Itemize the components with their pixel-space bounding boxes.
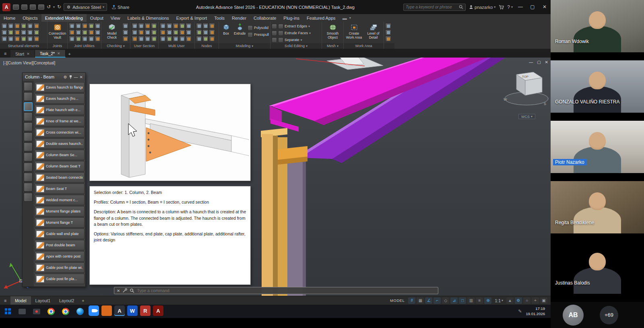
- tool-icon[interactable]: [151, 29, 157, 35]
- tool-icon[interactable]: [166, 36, 172, 42]
- tool-icon[interactable]: [202, 29, 208, 35]
- word-icon[interactable]: W: [127, 305, 138, 316]
- tool-icon[interactable]: [186, 23, 192, 29]
- tool-icon[interactable]: [21, 36, 27, 42]
- tool-icon[interactable]: [385, 29, 391, 35]
- tool-icon[interactable]: [27, 29, 33, 35]
- tool-icon[interactable]: [166, 23, 172, 29]
- tool-icon[interactable]: [8, 29, 14, 35]
- joint-type-item[interactable]: Apex with centre post: [35, 251, 85, 262]
- group-expand-caret-icon[interactable]: ▾: [337, 44, 339, 48]
- taskbar-app-icon[interactable]: [16, 305, 28, 317]
- joint-type-item[interactable]: Moment flange plates: [35, 206, 85, 217]
- layout-menu-icon[interactable]: ≡: [0, 298, 10, 303]
- drawing-minimize-icon[interactable]: —: [529, 60, 533, 64]
- joint-type-item[interactable]: Eaves haunch to flange: [35, 82, 85, 93]
- workspace-switcher[interactable]: Advance Steel ▾: [64, 3, 107, 11]
- ribbon-group-label[interactable]: Joint Utilities: [68, 43, 101, 49]
- osnap-tracking-icon[interactable]: ⊿: [450, 297, 458, 304]
- tool-icon[interactable]: [179, 23, 185, 29]
- ribbon-tab[interactable]: Plug-ins: [280, 14, 303, 22]
- ribbon-tab[interactable]: Extended Modeling: [41, 14, 87, 22]
- tool-icon[interactable]: [88, 36, 94, 42]
- extrude-button[interactable]: Extrude: [233, 23, 246, 36]
- separate-button[interactable]: Separate▾: [272, 37, 302, 43]
- tool-icon[interactable]: [160, 36, 166, 42]
- tool-icon[interactable]: [88, 29, 94, 35]
- group-expand-caret-icon[interactable]: ▾: [252, 44, 253, 48]
- joint-type-item[interactable]: Cross connection wi...: [35, 127, 85, 138]
- tool-icon[interactable]: [196, 36, 202, 42]
- model-viewport[interactable]: [-][Custom View][Conceptual] — ▢ ✕ TOP W…: [0, 58, 551, 296]
- palette-pin-icon[interactable]: [69, 75, 72, 79]
- solid-tool-icon[interactable]: [278, 31, 283, 36]
- new-drawing-tab-button[interactable]: +: [66, 50, 74, 58]
- tool-icon[interactable]: [75, 23, 81, 29]
- ribbon-group-label[interactable]: Work Area: [344, 43, 384, 49]
- tool-icon[interactable]: [1, 29, 7, 35]
- group-expand-caret-icon[interactable]: ▾: [306, 44, 308, 48]
- ribbon-tab[interactable]: Featured Apps: [303, 14, 339, 22]
- tool-icon[interactable]: [122, 23, 128, 29]
- joint-type-item[interactable]: Knee of frame at we...: [35, 116, 85, 126]
- ribbon-group-label[interactable]: Checking▾: [101, 43, 130, 49]
- save-icon[interactable]: [30, 4, 36, 10]
- tool-icon[interactable]: [1, 23, 7, 29]
- open-file-icon[interactable]: [21, 4, 27, 10]
- isolate-objects-icon[interactable]: ○: [523, 297, 530, 304]
- extrude-faces-caret-icon[interactable]: ▾: [309, 31, 311, 35]
- ribbon-tab[interactable]: Home: [0, 14, 19, 22]
- tool-icon[interactable]: [132, 23, 138, 29]
- ribbon-tab[interactable]: Tools: [211, 14, 228, 22]
- ribbon-group-label[interactable]: Mesh▾: [322, 43, 343, 49]
- tool-icon[interactable]: [14, 36, 20, 42]
- tab-close-icon[interactable]: ✕: [27, 52, 30, 56]
- ribbon-tab[interactable]: Collaborate: [250, 14, 280, 22]
- ribbon-group-label[interactable]: Modeling▾: [219, 43, 270, 49]
- participant-tile[interactable]: Justinas Balodis: [551, 241, 644, 302]
- pen-input-icon[interactable]: ✎: [518, 309, 522, 314]
- tool-icon[interactable]: [33, 29, 39, 35]
- tool-icon[interactable]: [95, 29, 101, 35]
- tool-icon[interactable]: [173, 36, 179, 42]
- tool-icon[interactable]: [122, 29, 128, 35]
- tool-icon[interactable]: [209, 29, 215, 35]
- ribbon-tab[interactable]: View: [107, 14, 124, 22]
- wcs-selector[interactable]: WCS▾: [518, 114, 535, 119]
- tool-icon[interactable]: [1, 36, 7, 42]
- joint-type-item[interactable]: Double eaves haunch...: [35, 138, 85, 149]
- connection-vault-button[interactable]: Connection Vault: [49, 23, 66, 40]
- tool-icon[interactable]: [75, 29, 81, 35]
- viewport-view-label[interactable]: [-][Custom View][Conceptual]: [3, 61, 55, 65]
- annotation-scale-control[interactable]: 1:1▾: [493, 298, 505, 303]
- tool-icon[interactable]: [186, 29, 192, 35]
- tool-icon[interactable]: [82, 23, 88, 29]
- taskbar-app-icon[interactable]: [31, 305, 43, 317]
- polysolid-button[interactable]: Polysolid: [248, 25, 269, 31]
- close-button[interactable]: ✕: [540, 0, 549, 14]
- tool-icon[interactable]: [209, 36, 215, 42]
- plot-icon[interactable]: [38, 4, 44, 10]
- palette-settings-gear-icon[interactable]: ⚙: [64, 75, 67, 79]
- participant-avatar[interactable]: AB: [563, 305, 584, 326]
- ribbon-tab[interactable]: Render: [228, 14, 250, 22]
- joint-type-item[interactable]: Gable post fin pla...: [35, 274, 85, 284]
- chrome-icon[interactable]: [45, 305, 57, 317]
- tool-icon[interactable]: [144, 36, 151, 42]
- tool-icon[interactable]: [82, 36, 88, 42]
- tool-icon[interactable]: [21, 29, 27, 35]
- drawing-tabs-menu-icon[interactable]: ≡: [0, 49, 10, 58]
- solid-tool-icon[interactable]: [278, 24, 283, 29]
- app-logo-icon[interactable]: A: [2, 3, 10, 11]
- smooth-object-button[interactable]: Smooth Object: [324, 23, 342, 40]
- joint-category-icon[interactable]: [24, 163, 33, 171]
- tool-icon[interactable]: [33, 23, 39, 29]
- isodraft-icon[interactable]: ◇: [442, 297, 449, 304]
- tool-icon[interactable]: [27, 23, 33, 29]
- drawing-restore-icon[interactable]: ▢: [537, 60, 541, 64]
- snap-icon[interactable]: ▦: [417, 297, 424, 304]
- joint-category-icon[interactable]: [24, 92, 33, 101]
- tool-icon[interactable]: [151, 23, 157, 29]
- joint-type-item[interactable]: Welded moment c...: [35, 195, 85, 205]
- tool-icon[interactable]: [8, 36, 14, 42]
